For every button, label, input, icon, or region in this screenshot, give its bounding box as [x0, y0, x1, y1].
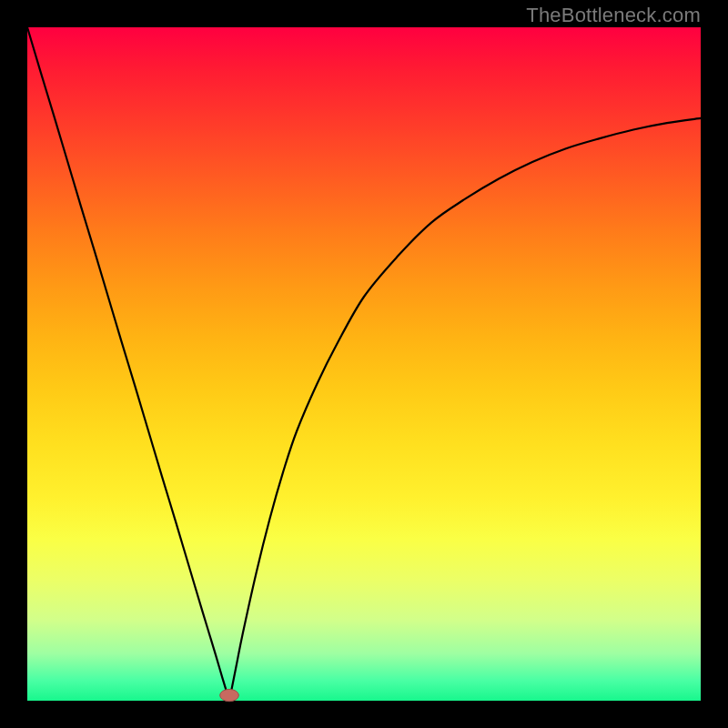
minimum-marker: [220, 689, 239, 701]
watermark-text: TheBottleneck.com: [526, 4, 701, 27]
curve-left-branch: [27, 27, 229, 701]
curve-right-branch: [229, 118, 701, 701]
chart-frame: TheBottleneck.com: [0, 0, 728, 728]
plot-area: [27, 27, 701, 701]
curve-layer: [27, 27, 701, 701]
